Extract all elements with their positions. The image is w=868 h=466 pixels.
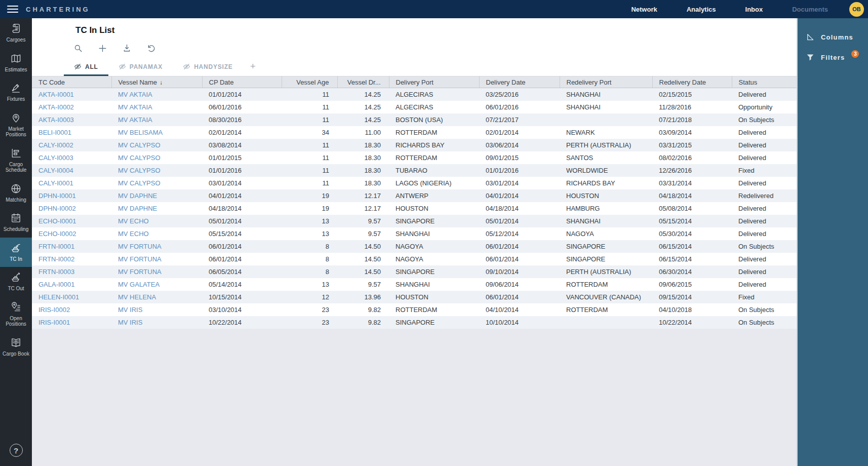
sidebar-item-tc-out[interactable]: TC Out: [0, 267, 32, 297]
download-button[interactable]: [120, 42, 133, 55]
column-header-tc-code[interactable]: TC Code: [32, 76, 111, 88]
cell-status: Delivered: [732, 126, 797, 139]
tc-code-link[interactable]: AKTA-I0002: [38, 103, 74, 111]
column-header-vessel-dr[interactable]: Vessel Dr...: [337, 76, 389, 88]
cell-delivery-date: 03/25/2016: [479, 88, 560, 101]
table-row[interactable]: BELI-I0001MV BELISAMA02/01/20143411.00RO…: [32, 126, 797, 139]
tc-code-link[interactable]: FRTN-I0003: [38, 268, 74, 276]
column-header-redelivery-port[interactable]: Redelivery Port: [560, 76, 652, 88]
tab-panamax[interactable]: PANAMAX: [108, 60, 173, 76]
column-header-delivery-port[interactable]: Delivery Port: [389, 76, 479, 88]
tc-code-link[interactable]: DPHN-I0001: [38, 192, 76, 200]
map-icon: [10, 53, 22, 64]
sidebar-item-cargo-book[interactable]: Cargo Book: [0, 332, 32, 362]
table-row[interactable]: ECHO-I0001MV ECHO05/01/2014139.57SINGAPO…: [32, 215, 797, 227]
vessel-name-link[interactable]: MV CALYPSO: [118, 179, 161, 187]
vessel-name-link[interactable]: MV CALYPSO: [118, 167, 161, 174]
column-header-redelivery-date[interactable]: Redelivery Date: [652, 76, 732, 88]
table-row[interactable]: FRTN-I0001MV FORTUNA06/01/2014814.50NAGO…: [32, 240, 797, 253]
tab-all[interactable]: ALL: [64, 60, 108, 76]
tc-code-link[interactable]: IRIS-I0001: [38, 319, 70, 326]
cell-vessel-age: 19: [282, 202, 337, 215]
table-row[interactable]: ECHO-I0002MV ECHO05/15/2014139.57SHANGHA…: [32, 227, 797, 240]
vessel-name-link[interactable]: MV FORTUNA: [118, 268, 162, 276]
sidebar-item-matching[interactable]: Matching: [0, 178, 32, 208]
cell-redelivery-date: 04/18/2014: [652, 189, 732, 202]
table-row[interactable]: CALY-I0003MV CALYPSO01/01/20151118.30ROT…: [32, 151, 797, 164]
table-row[interactable]: CALY-I0002MV CALYPSO03/08/20141118.30RIC…: [32, 139, 797, 151]
table-row[interactable]: GALA-I0001MV GALATEA05/14/2014139.57SHAN…: [32, 278, 797, 291]
panel-item-filters[interactable]: Filters3: [798, 49, 868, 66]
sidebar-item-open-positions[interactable]: Open Positions: [0, 297, 32, 332]
sidebar-item-cargo-schedule[interactable]: Cargo Schedule: [0, 143, 32, 178]
tc-code-link[interactable]: AKTA-I0001: [38, 91, 74, 98]
tab-handysize[interactable]: HANDYSIZE: [173, 60, 243, 76]
table-row[interactable]: CALY-I0004MV CALYPSO01/01/20161118.30TUB…: [32, 164, 797, 177]
tc-code-link[interactable]: HELEN-I0001: [38, 293, 79, 301]
vessel-name-link[interactable]: MV FORTUNA: [118, 243, 162, 250]
user-avatar[interactable]: OB: [849, 2, 864, 17]
tc-code-link[interactable]: CALY-I0004: [38, 167, 73, 174]
vessel-name-link[interactable]: MV CALYPSO: [118, 141, 161, 149]
tc-code-link[interactable]: GALA-I0001: [38, 281, 75, 288]
tc-code-link[interactable]: ECHO-I0002: [38, 230, 76, 238]
search-button[interactable]: [71, 42, 85, 55]
tc-code-link[interactable]: IRIS-I0002: [38, 306, 70, 314]
vessel-name-link[interactable]: MV GALATEA: [118, 281, 160, 288]
table-row[interactable]: IRIS-I0001MV IRIS10/22/2014239.82SINGAPO…: [32, 316, 797, 329]
sidebar-item-tc-in[interactable]: TC In: [0, 238, 32, 267]
add-button[interactable]: [96, 42, 109, 55]
sidebar-item-estimates[interactable]: Estimates: [0, 48, 32, 78]
vessel-name-link[interactable]: MV ECHO: [118, 217, 149, 225]
table-row[interactable]: FRTN-I0003MV FORTUNA06/05/2014814.50SING…: [32, 265, 797, 278]
vessel-name-link[interactable]: MV DAPHNE: [118, 205, 157, 212]
vessel-name-link[interactable]: MV FORTUNA: [118, 255, 162, 263]
sidebar-item-cargoes[interactable]: Cargoes: [0, 18, 32, 48]
vessel-name-link[interactable]: MV ECHO: [118, 230, 149, 238]
table-row[interactable]: FRTN-I0002MV FORTUNA06/01/2014814.50NAGO…: [32, 253, 797, 265]
vessel-name-link[interactable]: MV IRIS: [118, 319, 142, 326]
reset-button[interactable]: [144, 42, 157, 55]
sidebar-item-scheduling[interactable]: Scheduling: [0, 208, 32, 238]
tc-code-link[interactable]: CALY-I0002: [38, 141, 73, 149]
table-row[interactable]: CALY-I0001MV CALYPSO03/01/20141118.30LAG…: [32, 177, 797, 189]
column-header-vessel-name[interactable]: Vessel Name↓: [111, 76, 202, 88]
table-row[interactable]: IRIS-I0002MV IRIS03/10/2014239.82ROTTERD…: [32, 303, 797, 316]
vessel-name-link[interactable]: MV BELISAMA: [118, 129, 163, 136]
vessel-name-link[interactable]: MV IRIS: [118, 306, 142, 314]
table-row[interactable]: AKTA-I0001MV AKTAIA01/01/20141114.25ALGE…: [32, 88, 797, 101]
column-header-status[interactable]: Status: [732, 76, 797, 88]
table-row[interactable]: HELEN-I0001MV HELENA10/15/20141213.96HOU…: [32, 291, 797, 303]
top-nav-link-inbox[interactable]: Inbox: [745, 6, 763, 13]
column-header-vessel-age[interactable]: Vessel Age: [282, 76, 337, 88]
tc-code-link[interactable]: BELI-I0001: [38, 129, 71, 136]
top-nav-link-network[interactable]: Network: [631, 6, 657, 13]
table-row[interactable]: AKTA-I0003MV AKTAIA08/30/20161114.25BOST…: [32, 113, 797, 126]
tc-code-link[interactable]: FRTN-I0001: [38, 243, 74, 250]
tc-code-link[interactable]: CALY-I0001: [38, 179, 73, 187]
hamburger-icon[interactable]: [7, 6, 18, 13]
tc-code-link[interactable]: FRTN-I0002: [38, 255, 74, 263]
top-nav-link-analytics[interactable]: Analytics: [687, 6, 716, 13]
vessel-name-link[interactable]: MV CALYPSO: [118, 154, 161, 162]
tc-code-link[interactable]: AKTA-I0003: [38, 116, 74, 124]
sidebar-item-fixtures[interactable]: Fixtures: [0, 77, 32, 107]
table-row[interactable]: DPHN-I0002MV DAPHNE04/18/20141912.17HOUS…: [32, 202, 797, 215]
table-row[interactable]: DPHN-I0001MV DAPHNE04/01/20141912.17ANTW…: [32, 189, 797, 202]
table-row[interactable]: AKTA-I0002MV AKTAIA06/01/20161114.25ALGE…: [32, 101, 797, 113]
tc-code-link[interactable]: CALY-I0003: [38, 154, 73, 162]
top-nav-link-documents[interactable]: Documents: [792, 6, 828, 13]
vessel-name-link[interactable]: MV AKTAIA: [118, 103, 152, 111]
sidebar-item-market-positions[interactable]: Market Positions: [0, 107, 32, 143]
vessel-name-link[interactable]: MV AKTAIA: [118, 116, 152, 124]
help-icon[interactable]: ?: [10, 444, 23, 457]
vessel-name-link[interactable]: MV AKTAIA: [118, 91, 152, 98]
tc-code-link[interactable]: DPHN-I0002: [38, 205, 76, 212]
column-header-cp-date[interactable]: CP Date: [202, 76, 282, 88]
column-header-delivery-date[interactable]: Delivery Date: [479, 76, 560, 88]
vessel-name-link[interactable]: MV DAPHNE: [118, 192, 157, 200]
tc-code-link[interactable]: ECHO-I0001: [38, 217, 76, 225]
panel-item-columns[interactable]: Columns: [798, 28, 868, 46]
vessel-name-link[interactable]: MV HELENA: [118, 293, 156, 301]
add-tab-button[interactable]: +: [243, 60, 263, 76]
